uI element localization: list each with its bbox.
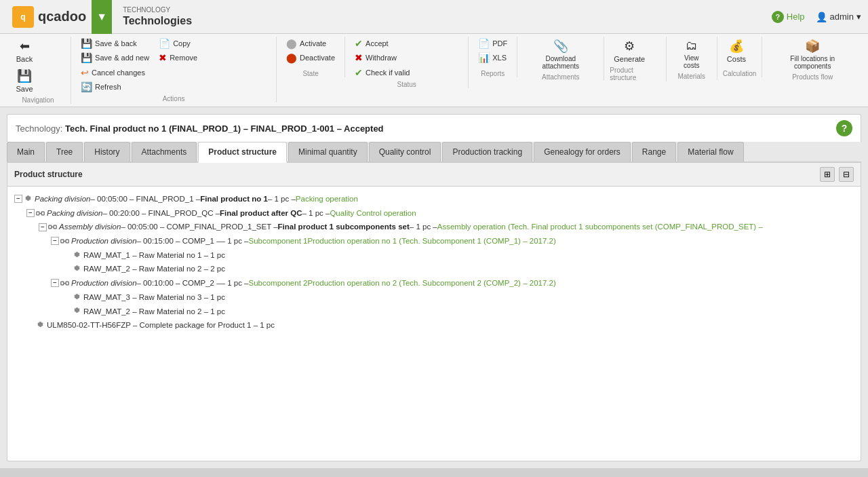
svg-rect-3 <box>41 212 44 215</box>
svg-rect-12 <box>66 282 68 285</box>
remove-button[interactable]: ✖ Remove <box>155 51 201 64</box>
tab-genealogy_for_orders[interactable]: Genealogy for orders <box>534 142 631 161</box>
back-button[interactable]: ⬅ Back <box>11 37 38 65</box>
deactivate-button[interactable]: ⬤ Deactivate <box>282 51 339 64</box>
expand-all-button[interactable]: ⊞ <box>820 167 835 182</box>
tabs-bar: MainTreeHistoryAttachmentsProduct struct… <box>7 142 861 163</box>
tab-quality_control[interactable]: Quality control <box>369 142 441 161</box>
fill-locations-label: Fill locations in components <box>772 55 853 70</box>
download-attachments-button[interactable]: 📎 Download attachments <box>523 37 598 72</box>
tech-title: Technology: Tech. Final product no 1 (FI… <box>16 123 384 134</box>
view-costs-button[interactable]: 🗂 View costs <box>672 37 711 71</box>
withdraw-icon: ✖ <box>355 52 363 63</box>
toolbar-products-flow-buttons: 📦 Fill locations in components <box>768 37 857 72</box>
cancel-changes-button[interactable]: ↩ Cancel changes <box>77 66 149 79</box>
view-costs-icon: 🗂 <box>686 39 698 53</box>
costs-button[interactable]: 💰 Costs <box>723 37 750 65</box>
tree-node: −Packing division – 00:20:00 – FINAL_PRO… <box>14 206 854 221</box>
save-label: Save <box>16 85 33 93</box>
toolbar-status-col2: ✔ Check if valid <box>351 66 414 79</box>
tree-node: −Production division – 00:15:00 – COMP_1… <box>14 234 854 248</box>
activate-icon: ⬤ <box>286 38 297 49</box>
withdraw-label: Withdraw <box>366 54 397 62</box>
tech-label: Technology: <box>16 123 62 134</box>
toolbar-group-attachments: 📎 Download attachments Attachments <box>517 37 604 81</box>
xls-button[interactable]: 📊 XLS <box>474 51 511 64</box>
tree-node: RAW_MAT_1 – Raw Material no 1 – 1 pc <box>14 248 854 263</box>
save-add-new-icon: 💾 <box>81 52 92 63</box>
logo-dropdown-button[interactable]: ▼ <box>92 0 112 34</box>
product-structure-panel: Product structure ⊞ ⊟ −Packing division … <box>7 163 861 461</box>
pdf-button[interactable]: 📄 PDF <box>474 37 511 50</box>
accept-button[interactable]: ✔ Accept <box>351 37 401 50</box>
remove-label: Remove <box>170 54 197 62</box>
svg-text:q: q <box>20 12 25 22</box>
help-circle-button[interactable]: ? <box>836 120 852 136</box>
svg-rect-5 <box>49 225 52 229</box>
save-add-new-button[interactable]: 💾 Save & add new <box>77 51 153 64</box>
check-if-valid-button[interactable]: ✔ Check if valid <box>351 66 414 79</box>
products-flow-label: Products flow <box>792 72 833 81</box>
save-back-icon: 💾 <box>81 38 92 49</box>
tech-title-text: Tech. Final product no 1 (FINAL_PROD_1) … <box>65 123 384 134</box>
tab-material_flow[interactable]: Material flow <box>677 142 743 161</box>
actions-label: Actions <box>163 94 185 102</box>
app-title-area: TECHNOLOGY Technologies <box>123 6 192 27</box>
tab-minimal_quantity[interactable]: Minimal quantity <box>288 142 368 161</box>
help-button[interactable]: ? Help <box>772 11 805 23</box>
tree-node: RAW_MAT_3 – Raw Material no 3 – 1 pc <box>14 290 854 305</box>
toolbar-group-materials: 🗂 View costs Materials <box>667 37 717 80</box>
toolbar-calculation-buttons: 💰 Costs <box>723 37 750 65</box>
tab-main[interactable]: Main <box>7 142 45 161</box>
toolbar-actions-buttons: 💾 Save & back 💾 Save & add new 📄 Copy ✖ … <box>77 37 271 94</box>
fill-locations-button[interactable]: 📦 Fill locations in components <box>768 37 857 72</box>
refresh-button[interactable]: 🔄 Refresh <box>77 80 149 94</box>
toolbar-group-calculation: 💰 Costs Calculation <box>717 37 762 77</box>
save-button[interactable]: 💾 Save <box>11 66 38 95</box>
tab-history[interactable]: History <box>84 142 130 161</box>
tab-product_structure[interactable]: Product structure <box>198 142 287 163</box>
tab-range[interactable]: Range <box>632 142 676 161</box>
toolbar-reports-col: 📄 PDF 📊 XLS <box>474 37 511 64</box>
toolbar-group-actions: 💾 Save & back 💾 Save & add new 📄 Copy ✖ … <box>71 37 277 102</box>
tree-node: −Packing division – 00:05:00 – FINAL_PRO… <box>14 192 854 206</box>
materials-label: Materials <box>677 71 705 80</box>
svg-rect-11 <box>61 282 64 285</box>
pdf-icon: 📄 <box>478 38 490 49</box>
toolbar-state-buttons: ⬤ Activate ⬤ Deactivate <box>282 37 339 64</box>
cancel-changes-label: Cancel changes <box>92 69 145 77</box>
refresh-icon: 🔄 <box>81 81 92 92</box>
save-back-button[interactable]: 💾 Save & back <box>77 37 153 50</box>
toolbar-status-col1: ✔ Accept ✖ Withdraw <box>351 37 401 64</box>
refresh-label: Refresh <box>95 83 121 91</box>
tab-attachments[interactable]: Attachments <box>132 142 197 161</box>
logo-icon: q <box>12 6 34 28</box>
product-structure-header: Product structure ⊞ ⊟ <box>7 163 861 187</box>
withdraw-button[interactable]: ✖ Withdraw <box>351 51 401 64</box>
copy-button[interactable]: 📄 Copy <box>155 37 201 50</box>
help-circle-icon: ? <box>772 11 784 23</box>
calculation-label: Calculation <box>723 69 756 77</box>
toolbar-group-products-flow: 📦 Fill locations in components Products … <box>762 37 863 81</box>
activate-button[interactable]: ⬤ Activate <box>282 37 339 50</box>
copy-label: Copy <box>173 39 191 47</box>
tab-tree[interactable]: Tree <box>46 142 83 161</box>
tab-production_tracking[interactable]: Production tracking <box>442 142 532 161</box>
xls-icon: 📊 <box>478 52 490 63</box>
toolbar-materials-buttons: 🗂 View costs <box>672 37 711 71</box>
toolbar-reports-buttons: 📄 PDF 📊 XLS <box>474 37 511 64</box>
svg-rect-9 <box>66 240 68 243</box>
collapse-all-button[interactable]: ⊟ <box>839 167 854 182</box>
tree-node: −Assembly division – 00:05:00 – COMP_FIN… <box>14 220 854 234</box>
fill-locations-icon: 📦 <box>805 39 820 54</box>
deactivate-label: Deactivate <box>300 54 335 62</box>
xls-label: XLS <box>492 54 507 62</box>
save-icon: 💾 <box>17 69 32 83</box>
logo: q qcadoo <box>7 3 92 31</box>
costs-icon: 💰 <box>729 39 744 54</box>
help-label: Help <box>787 12 805 22</box>
generate-button[interactable]: ⚙ Generate <box>610 37 649 65</box>
toolbar: ⬅ Back 💾 Save Navigation 💾 Save & back 💾… <box>0 34 868 107</box>
check-if-valid-icon: ✔ <box>355 67 363 78</box>
user-menu[interactable]: 👤 admin ▾ <box>816 12 861 22</box>
